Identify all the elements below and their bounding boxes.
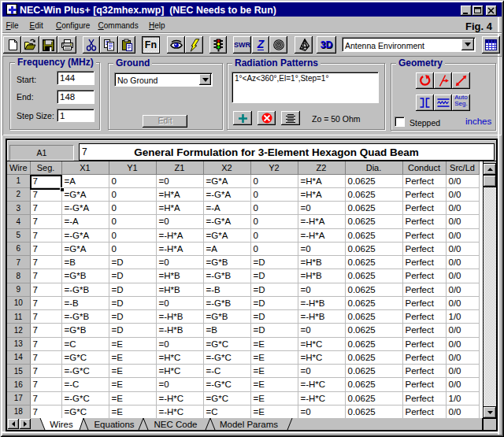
svg-text:NEC Code: NEC Code bbox=[154, 420, 198, 429]
svg-text:Wires: Wires bbox=[50, 420, 73, 429]
svg-text:Model Params: Model Params bbox=[220, 420, 278, 429]
svg-text:Equations: Equations bbox=[94, 420, 134, 429]
